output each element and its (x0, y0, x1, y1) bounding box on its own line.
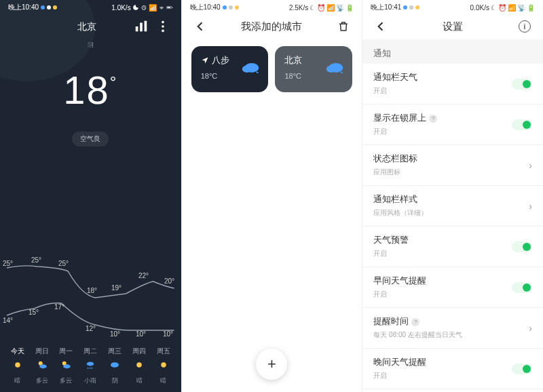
forecast-day[interactable]: 周日多云 (30, 347, 54, 385)
weather-appbar: 北京 (0, 14, 181, 39)
toggle-switch[interactable] (512, 119, 532, 130)
setting-item[interactable]: 提醒时间?每天 08:00 左右提醒当日天气› (362, 308, 543, 349)
notif-dot (415, 5, 419, 9)
setting-item[interactable]: 显示在锁屏上?开启 (362, 104, 543, 145)
city-appbar: 我添加的城市 (182, 14, 362, 39)
forecast-day-label: 周五 (157, 347, 170, 356)
alarm-icon (141, 4, 147, 11)
setting-sub: 应用图标 (373, 168, 529, 177)
weather-icon (157, 359, 170, 374)
forecast-condition: 阴 (112, 376, 118, 385)
forecast-day[interactable]: 周五晴 (151, 347, 176, 385)
forecast-condition: 晴 (160, 376, 166, 385)
help-icon[interactable]: ? (411, 318, 419, 326)
city-card[interactable]: 八步18°C (191, 46, 269, 92)
svg-point-12 (39, 364, 47, 368)
setting-sub: 开启 (373, 127, 512, 136)
forecast-day[interactable]: 周一多云 (54, 347, 79, 385)
forecast-day[interactable]: 周三阴 (102, 347, 127, 385)
net-speed: 0.0K/s (470, 4, 489, 12)
moon-icon: ☾ (310, 4, 316, 12)
signal-icon: 📶 (326, 4, 335, 12)
setting-item[interactable]: 早间天气提醒开启 (362, 267, 543, 308)
back-icon[interactable] (373, 19, 388, 34)
city-card[interactable]: 北京18°C (275, 46, 352, 92)
setting-item[interactable]: 状态栏图标应用图标› (362, 145, 543, 186)
setting-sub: 开启 (373, 371, 512, 380)
setting-title: 提醒时间? (373, 316, 529, 328)
status-bar: 晚上10:41 0.0K/s ☾ ⏰ 📶 📡 🔋 (362, 0, 543, 14)
curve-label: 14° (3, 317, 13, 324)
toggle-switch[interactable] (512, 282, 532, 293)
curve-label: 15° (29, 309, 39, 316)
forecast-day-label: 周日 (35, 347, 49, 356)
forecast-condition: 多云 (36, 376, 48, 385)
notif-dot (41, 5, 45, 9)
setting-title: 晚间天气提醒 (373, 357, 512, 368)
setting-sub: 每天 08:00 左右提醒当日天气 (373, 330, 529, 340)
air-quality-pill[interactable]: 空气良 (72, 132, 109, 146)
setting-item[interactable]: 晚间天气提醒开启 (362, 349, 543, 389)
city-list-icon[interactable] (134, 19, 149, 34)
svg-rect-6 (144, 21, 147, 32)
forecast-day[interactable]: 周四晴 (127, 347, 151, 385)
curve-label: 25° (3, 260, 13, 267)
forecast-day[interactable]: 周二小雨 (79, 347, 103, 385)
delete-icon[interactable] (336, 19, 351, 34)
setting-title: 早间天气提醒 (373, 275, 512, 287)
chevron-right-icon: › (529, 160, 532, 171)
setting-title: 通知栏天气 (373, 72, 512, 83)
weather-main-screen: 晚上10:40 1.0K/s 📶 北京 阴 18° 空气良 (0, 0, 181, 392)
setting-sub: 应用风格（详细） (373, 208, 529, 218)
setting-title: 状态栏图标 (373, 153, 529, 165)
alarm-icon: ⏰ (317, 4, 325, 12)
svg-point-14 (64, 364, 71, 368)
setting-sub: 开启 (373, 86, 512, 96)
add-city-button[interactable]: + (256, 349, 287, 380)
setting-item[interactable]: 通知栏样式应用风格（详细）› (362, 186, 543, 227)
cloud-icon (325, 61, 344, 73)
svg-point-18 (161, 362, 166, 368)
svg-point-9 (162, 30, 164, 33)
forecast-condition: 晴 (136, 376, 143, 385)
signal-icon: 📶 (508, 4, 516, 12)
svg-line-24 (341, 72, 343, 73)
location-icon (201, 56, 209, 64)
toggle-switch[interactable] (512, 364, 532, 374)
settings-screen: 晚上10:41 0.0K/s ☾ ⏰ 📶 📡 🔋 设置 i 通知 通知栏天气开启… (362, 0, 543, 392)
back-icon[interactable] (193, 19, 208, 34)
forecast-day[interactable]: 今天晴 (5, 347, 30, 385)
curve-label: 18° (87, 287, 97, 294)
temp-curve-chart: 25° 25° 25° 18° 19° 22° 20° 14° 15° 17° … (0, 254, 181, 342)
battery-icon: 🔋 (527, 4, 535, 12)
net-speed: 1.0K/s (111, 4, 130, 12)
page-title: 我添加的城市 (208, 20, 337, 33)
svg-point-8 (162, 25, 164, 28)
status-time: 晚上10:41 (371, 3, 401, 12)
svg-rect-5 (140, 23, 143, 32)
setting-item[interactable]: 通知栏天气开启 (362, 64, 543, 104)
curve-label: 12° (86, 325, 96, 332)
forecast-day-label: 周四 (132, 347, 146, 356)
notif-dot (235, 5, 239, 9)
setting-title: 通知栏样式 (373, 194, 529, 205)
city-list-screen: 晚上10:40 2.5K/s ☾ ⏰ 📶 📡 🔋 我添加的城市 八步18°C北京… (181, 0, 362, 392)
info-icon[interactable]: i (517, 19, 532, 34)
curve-label: 10° (163, 330, 173, 338)
setting-item[interactable]: 天气预警开启 (362, 227, 543, 267)
toggle-switch[interactable] (512, 79, 532, 90)
forecast-condition: 小雨 (84, 376, 96, 385)
weather-icon (60, 359, 72, 374)
setting-item[interactable]: 提醒时间?每天 21:00 左右提醒次日天气› (362, 389, 543, 392)
notif-dot (229, 5, 233, 9)
toggle-switch[interactable] (512, 241, 532, 252)
svg-rect-4 (135, 26, 138, 31)
forecast-day-label: 周一 (59, 347, 73, 356)
curve-label: 10° (136, 330, 146, 338)
more-icon[interactable] (155, 19, 170, 34)
svg-point-15 (87, 362, 94, 366)
net-speed: 2.5K/s (289, 4, 308, 12)
status-time: 晚上10:40 (190, 3, 221, 12)
curve-label: 10° (110, 330, 120, 338)
help-icon[interactable]: ? (429, 115, 437, 123)
